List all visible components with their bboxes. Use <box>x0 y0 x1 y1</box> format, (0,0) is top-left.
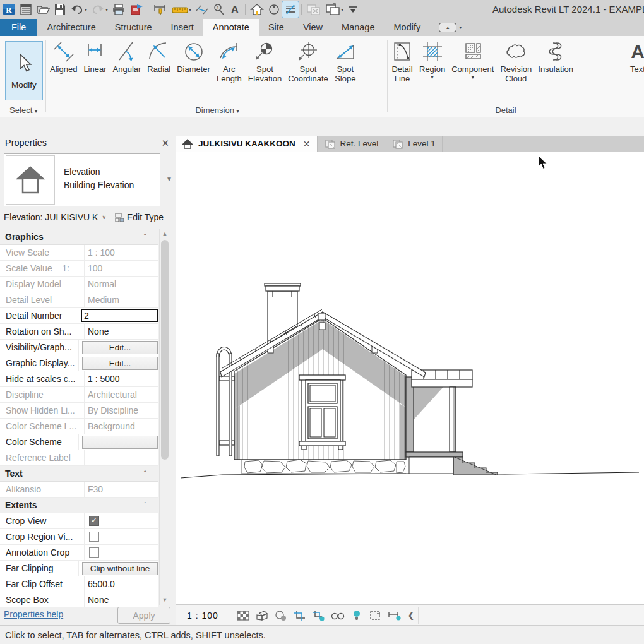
print-icon[interactable] <box>110 1 128 18</box>
crop-view-icon[interactable] <box>290 607 309 624</box>
property-section-text[interactable]: Textˆ <box>0 466 158 482</box>
ribbon-collapse-dropdown-icon[interactable]: ▾ <box>459 25 462 30</box>
property-section-extents[interactable]: Extentsˆ <box>0 498 158 513</box>
ribbon-tab-view[interactable]: View <box>294 19 332 36</box>
ribbon-tab-manage[interactable]: Manage <box>332 19 384 36</box>
ribbon-tab-modify[interactable]: Modify <box>385 19 431 36</box>
dimension-pin-icon[interactable] <box>151 1 170 18</box>
open-icon[interactable] <box>34 1 52 18</box>
property-section-graphics[interactable]: Graphicsˆ <box>0 229 158 245</box>
property-checkbox[interactable] <box>89 547 99 558</box>
sun-path-icon[interactable] <box>271 607 290 624</box>
navigate-icon[interactable] <box>266 1 282 18</box>
tool-insulation[interactable]: Insulation <box>535 40 576 75</box>
measure-dropdown-icon[interactable]: ▾ <box>189 7 191 13</box>
tool-spot-coordinate[interactable]: SpotCoordinate <box>285 40 331 85</box>
ribbon-tab-file[interactable]: File <box>0 19 37 36</box>
type-selector-caret-icon[interactable]: ▼ <box>166 176 172 182</box>
reveal-constraints-icon[interactable] <box>385 607 404 624</box>
ribbon-tab-insert[interactable]: Insert <box>162 19 203 36</box>
property-value[interactable]: 6500.0 <box>85 576 158 592</box>
scroll-down-icon[interactable]: ▼ <box>160 595 170 605</box>
edit-type-button[interactable]: Edit Type <box>115 212 164 222</box>
save-icon[interactable] <box>52 1 68 18</box>
collapse-bar-icon[interactable]: ❮ <box>404 607 419 624</box>
scrollbar-thumb[interactable] <box>161 240 169 460</box>
property-value[interactable]: None <box>85 324 158 339</box>
property-button[interactable]: Clip without line <box>82 562 158 575</box>
property-value[interactable]: None <box>85 592 158 607</box>
select-panel-caption[interactable]: Select ▾ <box>0 105 47 115</box>
panel-caption-dimension[interactable]: Dimension ▾ <box>47 105 388 115</box>
export-sheet-icon[interactable] <box>128 1 145 18</box>
section-collapse-icon[interactable]: ˆ <box>144 501 158 509</box>
tool-spot-slope[interactable]: SpotSlope <box>331 40 359 85</box>
tool-detail-line[interactable]: DetailLine <box>388 40 416 85</box>
property-button[interactable]: Edit... <box>82 341 158 354</box>
temporary-hide-isolate-icon[interactable] <box>328 607 347 624</box>
view-scale-button[interactable]: 1 : 100 <box>187 611 218 621</box>
tool-component[interactable]: Component▾ <box>448 40 497 81</box>
properties-palette-icon[interactable] <box>18 1 34 18</box>
type-selector[interactable]: Elevation Building Elevation ▼ <box>4 153 160 206</box>
ribbon-tab-annotate[interactable]: Annotate <box>203 19 259 36</box>
property-input[interactable]: 2 <box>81 309 158 322</box>
detail-level-icon[interactable] <box>234 607 253 624</box>
property-button[interactable]: Edit... <box>82 357 158 370</box>
tool-text-tool[interactable]: AText <box>624 40 644 75</box>
tool-spot-elevation[interactable]: SpotElevation <box>245 40 285 85</box>
tool-revision-cloud[interactable]: RevisionCloud <box>497 40 535 85</box>
region-dropdown-icon[interactable]: ▾ <box>431 75 434 80</box>
switch-windows-icon[interactable]: ▾ <box>323 1 345 18</box>
tool-aligned[interactable]: Aligned <box>47 40 80 75</box>
thin-lines-icon[interactable] <box>282 1 299 18</box>
ribbon-tab-structure[interactable]: Structure <box>105 19 162 36</box>
property-button[interactable] <box>82 436 158 449</box>
properties-close-icon[interactable]: ✕ <box>161 138 169 149</box>
revit-logo-icon[interactable]: R <box>1 1 18 18</box>
temporary-view-properties-icon[interactable] <box>366 607 385 624</box>
show-crop-region-icon[interactable] <box>309 607 328 624</box>
drawing-area[interactable] <box>176 152 644 604</box>
ribbon-collapse-icon[interactable]: ▲ <box>439 23 456 32</box>
scroll-up-icon[interactable]: ▲ <box>160 229 170 239</box>
view-tab-ref-level[interactable]: Ref. Level <box>318 136 386 152</box>
tool-radial[interactable]: Radial <box>144 40 174 75</box>
tag-icon[interactable]: 1 <box>211 1 227 18</box>
view-tab-level-1[interactable]: Level 1 <box>385 136 443 152</box>
tool-angular[interactable]: Angular <box>110 40 145 75</box>
aligned-dimension-icon[interactable] <box>193 1 211 18</box>
switch-windows-dropdown-icon[interactable]: ▾ <box>341 7 343 13</box>
property-checkbox[interactable]: ✓ <box>89 516 99 526</box>
close-view-icon[interactable]: ✕ <box>303 139 311 149</box>
ribbon-tab-site[interactable]: Site <box>259 19 294 36</box>
tool-region[interactable]: Region▾ <box>416 40 448 81</box>
property-value[interactable]: 1 : 5000 <box>85 371 158 386</box>
section-collapse-icon[interactable]: ˆ <box>144 470 158 477</box>
section-collapse-icon[interactable]: ˆ <box>144 233 158 241</box>
tool-arc-length[interactable]: ArcLength <box>213 40 245 85</box>
view-tab-julkisivu-kaakkoon[interactable]: JULKISIVU KAAKKOON✕ <box>176 136 318 152</box>
tool-diameter[interactable]: Diameter <box>174 40 213 75</box>
home-icon[interactable] <box>248 1 266 18</box>
component-dropdown-icon[interactable]: ▾ <box>472 75 474 80</box>
redo-dropdown-icon[interactable]: ▾ <box>105 7 108 13</box>
measure-icon[interactable]: ▾ <box>170 1 193 18</box>
apply-button[interactable]: Apply <box>117 607 170 624</box>
customize-qat-icon[interactable] <box>345 1 361 18</box>
tool-linear[interactable]: Linear <box>80 40 109 75</box>
instance-selector[interactable]: Elevation: JULKISIVU K <box>4 212 98 222</box>
visual-style-icon[interactable] <box>253 607 271 624</box>
properties-scrollbar[interactable]: ▲ ▼ <box>159 229 170 605</box>
properties-help-link[interactable]: Properties help <box>4 609 63 619</box>
property-checkbox[interactable] <box>89 532 99 542</box>
text-icon[interactable]: A <box>227 1 242 18</box>
undo-icon[interactable]: ▾ <box>68 1 89 18</box>
mouse-cursor <box>539 156 547 169</box>
panel-caption-detail[interactable]: Detail <box>388 105 623 115</box>
ribbon-tab-architecture[interactable]: Architecture <box>37 19 105 36</box>
instance-selector-caret-icon[interactable]: ∨ <box>102 214 106 220</box>
reveal-hidden-icon[interactable] <box>347 607 366 624</box>
property-label: Scale Value 1: <box>0 261 85 276</box>
undo-dropdown-icon[interactable]: ▾ <box>85 7 87 13</box>
